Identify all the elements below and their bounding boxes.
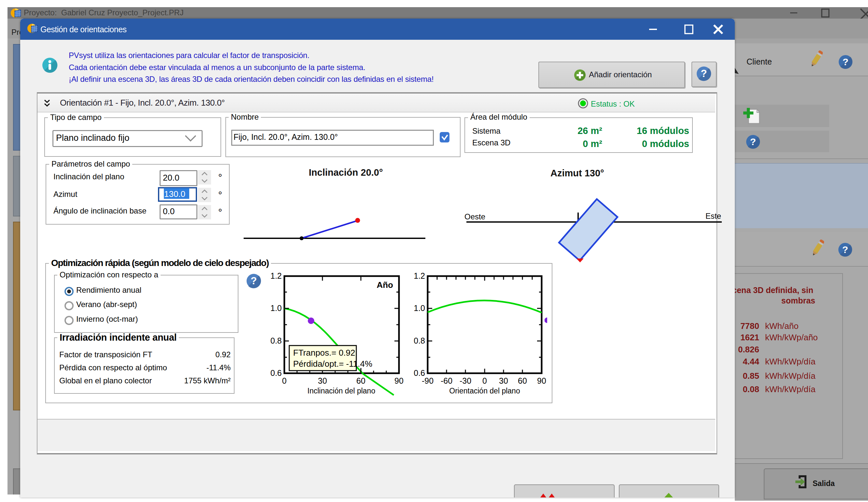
svg-text:1.2: 1.2 (414, 271, 425, 280)
svg-text:1.0: 1.0 (414, 303, 425, 313)
svg-text:?: ? (250, 275, 257, 287)
svg-text:-30: -30 (459, 376, 471, 385)
svg-text:30: 30 (318, 376, 327, 385)
svg-text:?: ? (701, 68, 707, 79)
svg-text:90: 90 (394, 376, 404, 385)
svg-text:90: 90 (537, 376, 546, 385)
svg-text:?: ? (843, 57, 848, 67)
svg-text:Pérdida/opt.= -11.4%: Pérdida/opt.= -11.4% (293, 359, 372, 369)
svg-text:0.6: 0.6 (270, 368, 282, 378)
svg-text:60: 60 (518, 376, 527, 385)
svg-text:?: ? (750, 136, 756, 147)
svg-text:-60: -60 (441, 376, 452, 385)
svg-text:Orientación del plano: Orientación del plano (449, 386, 520, 395)
svg-text:0.8: 0.8 (270, 336, 282, 345)
svg-text:1.2: 1.2 (270, 271, 282, 280)
svg-text:1.0: 1.0 (270, 303, 282, 313)
svg-text:Año: Año (376, 280, 393, 290)
svg-text:?: ? (842, 244, 848, 255)
svg-text:0: 0 (282, 376, 287, 385)
svg-text:0: 0 (482, 376, 487, 385)
svg-text:30: 30 (499, 376, 508, 385)
svg-text:FTranpos.= 0.92: FTranpos.= 0.92 (293, 348, 355, 358)
svg-text:Inclinación del plano: Inclinación del plano (308, 386, 375, 395)
svg-text:0.8: 0.8 (414, 336, 425, 345)
svg-text:-90: -90 (422, 376, 434, 385)
svg-text:60: 60 (356, 376, 365, 385)
